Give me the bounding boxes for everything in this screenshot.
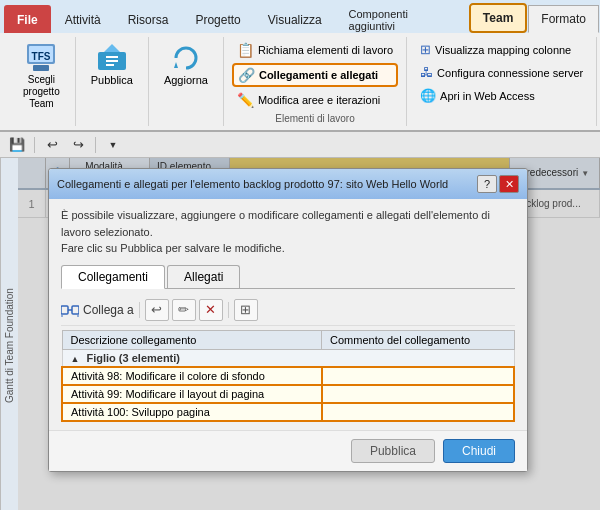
table-row[interactable]: Attività 98: Modificare il colore di sfo… xyxy=(62,367,514,385)
tab-team[interactable]: Team xyxy=(469,3,527,33)
table-row[interactable]: Attività 100: Sviluppo pagina xyxy=(62,403,514,421)
collegamenti-button[interactable]: 🔗 Collegamenti e allegati xyxy=(232,63,398,87)
collegamenti-icon: 🔗 xyxy=(238,67,255,83)
scegli-button[interactable]: TFS Scegli progetto Team xyxy=(16,39,67,113)
elementi-group-label: Elementi di lavoro xyxy=(275,111,354,124)
apri-web-button[interactable]: 🌐 Apri in Web Access xyxy=(415,85,588,106)
configura-button[interactable]: 🖧 Configura connessione server xyxy=(415,62,588,83)
toolbar-sep-dialog-2 xyxy=(228,302,229,318)
main-area: Gantt di Team Foundation ℹ Modalità atti… xyxy=(0,158,600,510)
modifica-label: Modifica aree e iterazioni xyxy=(258,94,380,106)
tab-allegati[interactable]: Allegati xyxy=(167,265,240,288)
pubblica-icon xyxy=(96,42,128,74)
svg-rect-2 xyxy=(33,65,49,71)
link-comm-1 xyxy=(322,385,514,403)
pubblica-button[interactable]: Pubblica xyxy=(84,39,140,89)
table-row[interactable]: Attività 99: Modificare il layout di pag… xyxy=(62,385,514,403)
link-desc-0: Attività 98: Modificare il colore di sfo… xyxy=(62,367,322,385)
ribbon-group-elementi: 📋 Richiama elementi di lavoro 🔗 Collegam… xyxy=(224,37,407,126)
undo-button[interactable]: ↩ xyxy=(41,134,63,156)
dialog-help-button[interactable]: ? xyxy=(477,175,497,193)
scegli-content: TFS Scegli progetto Team xyxy=(16,39,67,124)
dialog: Collegamenti e allegati per l'elemento b… xyxy=(48,168,528,472)
elementi-content: 📋 Richiama elementi di lavoro 🔗 Collegam… xyxy=(232,39,398,111)
aggiorna-icon xyxy=(170,42,202,74)
richiama-label: Richiama elementi di lavoro xyxy=(258,44,393,56)
svg-rect-12 xyxy=(61,306,68,314)
tab-file[interactable]: File xyxy=(4,5,51,33)
link-desc-1: Attività 99: Modificare il layout di pag… xyxy=(62,385,322,403)
visualizza-mapping-button[interactable]: ⊞ Visualizza mapping colonne xyxy=(415,39,588,60)
table-body: ▲ Figlio (3 elementi) Attività 98: Modif… xyxy=(62,349,514,421)
tab-visualizza[interactable]: Visualizza xyxy=(255,5,335,33)
svg-text:TFS: TFS xyxy=(32,51,51,62)
svg-rect-7 xyxy=(106,60,118,62)
right-small-group: ⊞ Visualizza mapping colonne 🖧 Configura… xyxy=(415,39,588,106)
tab-risorsa[interactable]: Risorsa xyxy=(115,5,182,33)
svg-marker-9 xyxy=(174,62,178,68)
ribbon-group-right: ⊞ Visualizza mapping colonne 🖧 Configura… xyxy=(407,37,597,126)
modifica-button[interactable]: ✏️ Modifica aree e iterazioni xyxy=(232,89,398,111)
dialog-overlay: Collegamenti e allegati per l'elemento b… xyxy=(18,158,600,510)
toolbar-bar: 💾 ↩ ↪ ▼ xyxy=(0,132,600,158)
tab-componenti[interactable]: Componenti aggiuntivi xyxy=(336,5,468,33)
save-button[interactable]: 💾 xyxy=(6,134,28,156)
dialog-title-text: Collegamenti e allegati per l'elemento b… xyxy=(57,178,477,190)
toolbar-sep-2 xyxy=(95,137,96,153)
footer-chiudi-button[interactable]: Chiudi xyxy=(443,439,515,463)
dialog-grid-button[interactable]: ⊞ xyxy=(234,299,258,321)
aggiorna-button[interactable]: Aggiorna xyxy=(157,39,215,89)
scegli-label: Scegli progetto Team xyxy=(23,74,60,110)
group-arrow-icon: ▲ xyxy=(71,354,80,364)
apri-web-icon: 🌐 xyxy=(420,88,436,103)
visualizza-mapping-icon: ⊞ xyxy=(420,42,431,57)
richiama-icon: 📋 xyxy=(237,42,254,58)
collega-icon xyxy=(61,303,79,317)
footer-pubblica-button[interactable]: Pubblica xyxy=(351,439,435,463)
col-header-desc: Descrizione collegamento xyxy=(62,330,322,349)
link-comm-2 xyxy=(322,403,514,421)
ribbon-tab-bar: File Attività Risorsa Progetto Visualizz… xyxy=(0,0,600,33)
dialog-body: È possibile visualizzare, aggiungere o m… xyxy=(49,199,527,430)
pubblica-label: Pubblica xyxy=(91,74,133,86)
ribbon-group-aggiorna: Aggiorna xyxy=(149,37,224,126)
sidebar-label: Gantt di Team Foundation xyxy=(0,158,18,510)
svg-rect-8 xyxy=(106,64,114,66)
pubblica-content: Pubblica xyxy=(84,39,140,124)
visualizza-mapping-label: Visualizza mapping colonne xyxy=(435,44,571,56)
dialog-pencil-button[interactable]: ✏ xyxy=(172,299,196,321)
svg-rect-6 xyxy=(106,56,118,58)
elementi-small-group: 📋 Richiama elementi di lavoro 🔗 Collegam… xyxy=(232,39,398,111)
tab-attivita[interactable]: Attività xyxy=(52,5,114,33)
content-area: ℹ Modalità attività ▼ ID elemento di lav… xyxy=(18,158,600,510)
dialog-remove-button[interactable]: ✕ xyxy=(199,299,223,321)
pubblica-svg xyxy=(96,42,128,74)
aggiorna-content: Aggiorna xyxy=(157,39,215,124)
modifica-icon: ✏️ xyxy=(237,92,254,108)
table-header-row: Descrizione collegamento Commento del co… xyxy=(62,330,514,349)
dialog-description: È possibile visualizzare, aggiungere o m… xyxy=(61,207,515,257)
richiama-button[interactable]: 📋 Richiama elementi di lavoro xyxy=(232,39,398,61)
tab-collegamenti[interactable]: Collegamenti xyxy=(61,265,165,289)
tab-progetto[interactable]: Progetto xyxy=(182,5,253,33)
svg-marker-5 xyxy=(104,44,120,52)
links-table: Descrizione collegamento Commento del co… xyxy=(61,330,515,422)
link-comm-0 xyxy=(322,367,514,385)
dropdown-button[interactable]: ▼ xyxy=(102,134,124,156)
ribbon-group-scegli: TFS Scegli progetto Team xyxy=(8,37,76,126)
dialog-tabs: Collegamenti Allegati xyxy=(61,265,515,289)
svg-rect-13 xyxy=(72,306,79,314)
aggiorna-label: Aggiorna xyxy=(164,74,208,86)
configura-label: Configura connessione server xyxy=(437,67,583,79)
dialog-undo-button[interactable]: ↩ xyxy=(145,299,169,321)
apri-web-label: Apri in Web Access xyxy=(440,90,535,102)
col-header-comm: Commento del collegamento xyxy=(322,330,514,349)
tab-formato[interactable]: Formato xyxy=(528,5,599,33)
group-row: ▲ Figlio (3 elementi) xyxy=(62,349,514,367)
configura-icon: 🖧 xyxy=(420,65,433,80)
dialog-close-button[interactable]: ✕ xyxy=(499,175,519,193)
collegamenti-label: Collegamenti e allegati xyxy=(259,69,378,81)
aggiorna-svg xyxy=(170,42,202,74)
link-desc-2: Attività 100: Sviluppo pagina xyxy=(62,403,322,421)
redo-button[interactable]: ↪ xyxy=(67,134,89,156)
